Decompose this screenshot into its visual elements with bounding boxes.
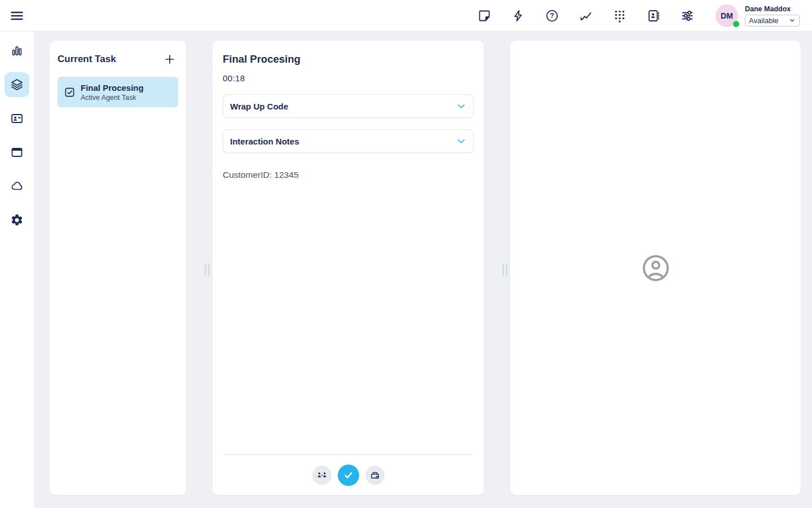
status-select-value: Available bbox=[749, 16, 779, 25]
layers-icon bbox=[10, 78, 24, 91]
svg-text:?: ? bbox=[550, 12, 554, 20]
sidebar-item-cloud[interactable] bbox=[5, 174, 29, 199]
task-detail-panel: Final Procesing 00:18 Wrap Up Code Inter… bbox=[213, 41, 484, 495]
chevron-down-icon bbox=[455, 135, 467, 147]
contact-card-icon bbox=[10, 112, 24, 125]
sidebar-item-tasks[interactable] bbox=[5, 72, 29, 97]
hamburger-menu-icon[interactable] bbox=[9, 8, 25, 24]
gear-icon bbox=[10, 213, 24, 227]
current-task-header: Current Task bbox=[58, 52, 178, 67]
user-meta: Dane Maddox Available bbox=[745, 5, 800, 27]
browser-window-icon bbox=[10, 146, 24, 159]
task-list-item[interactable]: Final Procesing Active Agent Task bbox=[58, 77, 178, 107]
sidebar-item-apps[interactable] bbox=[5, 140, 29, 165]
panel-resize-handle[interactable] bbox=[203, 262, 211, 277]
directory-icon[interactable] bbox=[647, 9, 660, 23]
sidebar-item-performance[interactable] bbox=[5, 38, 29, 63]
transfer-task-button[interactable] bbox=[312, 466, 332, 485]
sidebar-item-contacts[interactable] bbox=[5, 106, 29, 131]
help-icon[interactable]: ? bbox=[545, 9, 559, 23]
task-item-subtitle: Active Agent Task bbox=[81, 94, 144, 102]
wrap-up-code-label: Wrap Up Code bbox=[230, 102, 288, 111]
task-item-title: Final Procesing bbox=[81, 83, 144, 93]
bar-chart-icon bbox=[10, 44, 24, 58]
chevron-down-icon bbox=[789, 17, 796, 24]
check-icon bbox=[343, 470, 354, 481]
park-box-icon bbox=[369, 470, 381, 481]
sidebar-item-settings[interactable] bbox=[5, 208, 29, 233]
status-dot bbox=[733, 21, 739, 27]
left-sidebar bbox=[0, 32, 34, 508]
quick-actions-icon[interactable] bbox=[511, 9, 525, 23]
customer-id-text: CustomerID: 12345 bbox=[223, 170, 474, 180]
notes-icon[interactable] bbox=[478, 9, 491, 23]
main-content: Current Task Final Procesing Active Agen… bbox=[34, 32, 812, 508]
avatar-wrap: DM bbox=[716, 5, 738, 27]
panel-resize-handle[interactable] bbox=[501, 262, 509, 277]
chevron-down-icon bbox=[455, 100, 467, 112]
wrap-up-code-accordion[interactable]: Wrap Up Code bbox=[223, 94, 474, 118]
plus-icon bbox=[164, 53, 176, 65]
task-detail-title: Final Procesing bbox=[223, 53, 474, 65]
interaction-notes-label: Interaction Notes bbox=[230, 137, 299, 146]
cloud-icon bbox=[10, 179, 24, 193]
top-bar: ? bbox=[0, 0, 812, 32]
add-task-button[interactable] bbox=[162, 52, 177, 67]
current-task-panel: Current Task Final Procesing Active Agen… bbox=[50, 41, 186, 495]
task-action-bar bbox=[223, 454, 474, 495]
interaction-notes-accordion[interactable]: Interaction Notes bbox=[223, 129, 474, 153]
transfer-icon bbox=[316, 470, 328, 481]
status-select[interactable]: Available bbox=[745, 15, 800, 27]
current-task-title: Current Task bbox=[58, 54, 116, 65]
user-circle-placeholder-icon bbox=[641, 253, 671, 283]
task-timer: 00:18 bbox=[223, 73, 474, 83]
task-texts: Final Procesing Active Agent Task bbox=[81, 83, 144, 102]
task-checkbox-icon bbox=[64, 87, 75, 98]
performance-icon[interactable] bbox=[579, 9, 593, 23]
preferences-icon[interactable] bbox=[681, 9, 694, 23]
user-name: Dane Maddox bbox=[745, 5, 800, 13]
complete-task-button[interactable] bbox=[338, 465, 359, 486]
park-task-button[interactable] bbox=[365, 466, 385, 485]
customer-profile-panel bbox=[510, 41, 801, 495]
dialpad-icon[interactable] bbox=[613, 9, 626, 23]
user-block: DM Dane Maddox Available bbox=[716, 5, 800, 27]
topbar-icon-group: ? bbox=[478, 9, 694, 23]
